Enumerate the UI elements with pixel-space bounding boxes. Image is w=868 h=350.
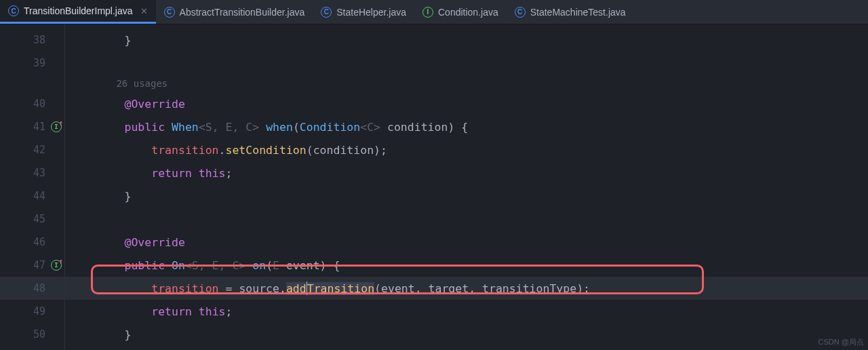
code-line: @Override xyxy=(65,231,868,254)
class-icon: C xyxy=(321,7,332,18)
code-line: } xyxy=(65,323,868,346)
tab-transitionbuilderimpl[interactable]: C TransitionBuilderImpl.java ✕ xyxy=(0,0,156,24)
tab-statehelper[interactable]: C StateHelper.java xyxy=(313,0,414,24)
class-icon: C xyxy=(8,5,19,16)
tab-label: StateMachineTest.java xyxy=(530,7,626,18)
code-line: transition.setCondition(condition); xyxy=(65,138,868,161)
line-number: 38 xyxy=(33,34,45,46)
editor-tabs: C TransitionBuilderImpl.java ✕ C Abstrac… xyxy=(0,0,868,24)
line-number: 41 xyxy=(33,121,45,133)
line-number: 40 xyxy=(33,98,45,110)
code-editor[interactable]: 38 39 40 41I 42 43 44 45 46 47I 48 49 50… xyxy=(0,24,868,350)
line-number: 50 xyxy=(33,328,45,341)
code-line xyxy=(65,52,868,75)
line-number: 43 xyxy=(33,167,45,179)
tab-condition[interactable]: I Condition.java xyxy=(414,0,507,24)
tab-label: AbstractTransitionBuilder.java xyxy=(180,7,305,18)
tab-abstracttransitionbuilder[interactable]: C AbstractTransitionBuilder.java xyxy=(156,0,313,24)
code-line: transition = source.addTransition(event,… xyxy=(65,277,868,300)
code-line: public When<S, E, C> when(Condition<C> c… xyxy=(65,115,868,138)
code-line: return this; xyxy=(65,161,868,184)
override-icon[interactable]: I xyxy=(51,121,62,132)
line-number: 49 xyxy=(33,305,45,317)
code-line: public On<S, E, C> on(E event) { xyxy=(65,254,868,277)
code-line xyxy=(65,208,868,231)
interface-icon: I xyxy=(422,7,433,18)
code-line: } xyxy=(65,184,868,208)
class-icon: C xyxy=(164,7,175,18)
code-line: return this; xyxy=(65,300,868,323)
watermark: CSDN @局点 xyxy=(818,337,864,347)
override-icon[interactable]: I xyxy=(51,260,62,271)
line-number: 46 xyxy=(33,236,45,248)
tab-label: TransitionBuilderImpl.java xyxy=(24,5,133,16)
code-line: 26 usages xyxy=(65,75,868,92)
line-number: 47 xyxy=(33,259,45,271)
line-number: 48 xyxy=(33,282,45,294)
line-number: 45 xyxy=(33,213,45,225)
close-icon[interactable]: ✕ xyxy=(140,6,148,16)
tab-statemachinetest[interactable]: C StateMachineTest.java xyxy=(507,0,634,24)
tab-label: Condition.java xyxy=(438,7,498,18)
line-number: 44 xyxy=(33,190,45,202)
line-number: 42 xyxy=(33,144,45,156)
gutter: 38 39 40 41I 42 43 44 45 46 47I 48 49 50 xyxy=(0,24,65,350)
code-line: @Override xyxy=(65,92,868,115)
class-icon: C xyxy=(515,7,526,18)
code-area[interactable]: } 26 usages @Override public When<S, E, … xyxy=(65,24,868,350)
line-number: 39 xyxy=(33,57,45,69)
tab-label: StateHelper.java xyxy=(336,7,406,18)
code-line: } xyxy=(65,28,868,52)
